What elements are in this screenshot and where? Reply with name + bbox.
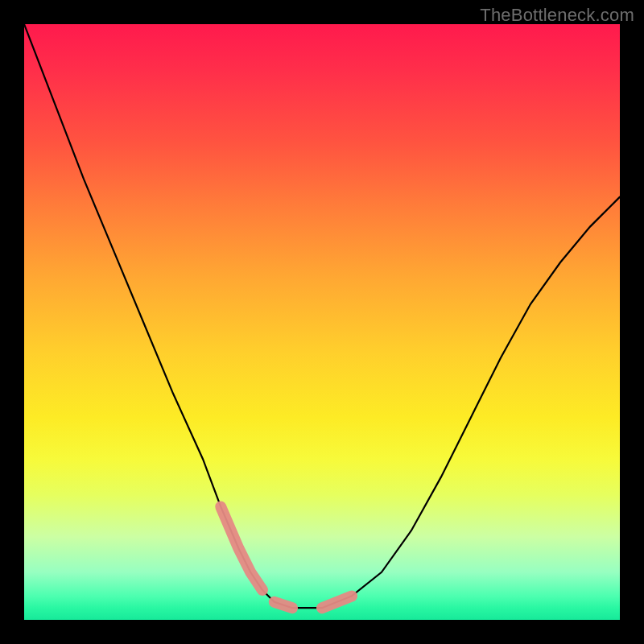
plot-area	[24, 24, 620, 620]
bottleneck-curve-svg	[24, 24, 620, 620]
bottleneck-curve	[24, 24, 620, 608]
highlight-floor-icon	[275, 602, 292, 608]
chart-frame: TheBottleneck.com	[0, 0, 644, 644]
watermark-text: TheBottleneck.com	[480, 5, 634, 26]
highlight-right-icon	[322, 596, 352, 608]
highlight-left-icon	[221, 506, 262, 590]
